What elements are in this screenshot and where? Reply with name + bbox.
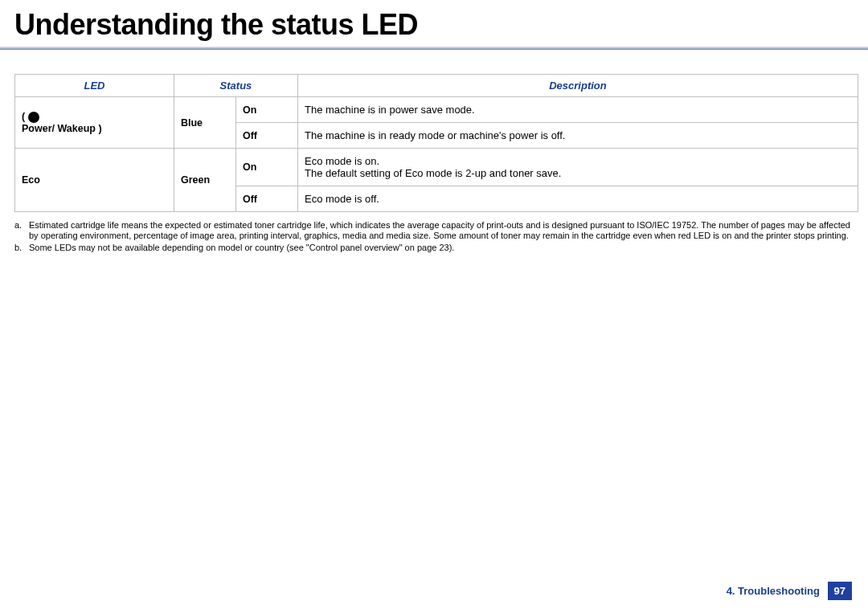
th-led: LED (15, 75, 174, 97)
page-title: Understanding the status LED (14, 8, 868, 42)
cell-status: Off (235, 186, 297, 212)
status-led-table: LED Status Description ( Power/ Wakeup )… (14, 74, 858, 212)
cell-desc: The machine is in ready mode or machine'… (297, 123, 858, 149)
footnotes: a. Estimated cartridge life means the ex… (14, 220, 858, 254)
th-status: Status (174, 75, 297, 97)
footnote-text-a: Estimated cartridge life means the expec… (29, 220, 858, 241)
cell-desc: The machine is in power save mode. (297, 97, 858, 123)
page-number: 97 (828, 582, 852, 600)
cell-desc: Eco mode is on. The default setting of E… (297, 149, 858, 186)
desc-line2: The default setting of Eco mode is 2-up … (305, 167, 851, 179)
cell-status: Off (235, 123, 297, 149)
cell-status: On (235, 97, 297, 123)
cell-color-blue: Blue (174, 97, 235, 149)
desc-line1: Eco mode is on. (305, 155, 851, 167)
footnote-b: b. Some LEDs may not be available depend… (14, 243, 858, 253)
title-underline (0, 47, 868, 50)
th-description: Description (297, 75, 858, 97)
cell-color-green: Green (174, 149, 235, 212)
content-area: LED Status Description ( Power/ Wakeup )… (14, 74, 858, 254)
footnote-a: a. Estimated cartridge life means the ex… (14, 220, 858, 241)
table-row: ( Power/ Wakeup ) Blue On The machine is… (15, 97, 858, 123)
cell-led-power: ( Power/ Wakeup ) (15, 97, 174, 149)
cell-led-eco: Eco (15, 149, 174, 212)
chapter-label: 4. Troubleshooting (727, 585, 820, 597)
led-label-power: Power/ Wakeup ) (22, 123, 102, 134)
table-row: Eco Green On Eco mode is on. The default… (15, 149, 858, 186)
footnote-marker-a: a. (14, 220, 29, 241)
cell-status: On (235, 149, 297, 186)
cell-desc: Eco mode is off. (297, 186, 858, 212)
power-led-icon (28, 112, 39, 123)
footnote-marker-b: b. (14, 243, 29, 253)
page-footer: 4. Troubleshooting 97 (727, 582, 852, 600)
footnote-text-b: Some LEDs may not be available depending… (29, 243, 454, 253)
